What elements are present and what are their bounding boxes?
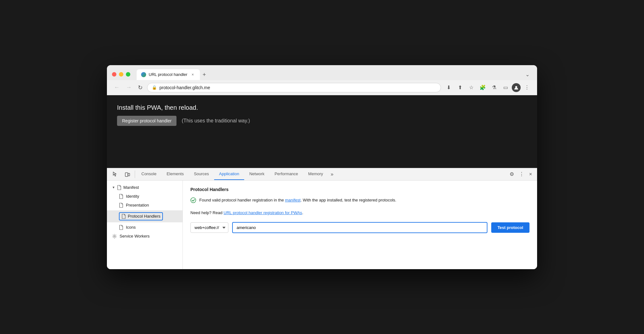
manifest-header[interactable]: ▼ Manifest <box>107 183 183 192</box>
register-protocol-button[interactable]: Register protocol handler <box>117 116 176 126</box>
devtools: Console Elements Sources Application Net… <box>107 168 537 269</box>
manifest-label: Manifest <box>123 185 139 190</box>
reload-button[interactable]: ↻ <box>136 83 145 92</box>
panel-title: Protocol Handlers <box>190 187 529 192</box>
manifest-link[interactable]: manifest <box>285 198 300 202</box>
active-tab[interactable]: URL protocol handler × <box>137 69 200 80</box>
sidebar-item-protocol-handlers[interactable]: Protocol Handlers <box>107 210 183 222</box>
more-tabs-button[interactable]: » <box>328 168 336 180</box>
svg-point-4 <box>191 198 196 203</box>
back-button[interactable]: ← <box>112 83 121 92</box>
protocol-handlers-selected-wrapper: Protocol Handlers <box>119 212 163 220</box>
close-button[interactable] <box>112 72 116 77</box>
tab-favicon <box>141 72 146 77</box>
devtools-more-options-button[interactable]: ⋮ <box>517 169 527 180</box>
tab-memory[interactable]: Memory <box>303 168 328 180</box>
devtools-tab-bar: Console Elements Sources Application Net… <box>107 168 537 181</box>
sidebar-item-presentation[interactable]: Presentation <box>107 201 183 210</box>
sidebar-item-icons[interactable]: Icons <box>107 223 183 232</box>
sidebar-item-protocol-handlers-label: Protocol Handlers <box>128 214 160 219</box>
tab-sources[interactable]: Sources <box>189 168 214 180</box>
minimize-button[interactable] <box>119 72 123 77</box>
test-protocol-row: web+coffee:// Test protocol <box>190 222 529 233</box>
traffic-lights <box>112 72 130 77</box>
devtools-close-button[interactable]: × <box>527 169 535 180</box>
page-content: Install this PWA, then reload. Register … <box>107 95 537 168</box>
title-bar: URL protocol handler × + ⌄ <box>107 65 537 80</box>
url-text: protocol-handler.glitch.me <box>159 85 210 90</box>
protocol-found-row: Found valid protocol handler registratio… <box>190 197 529 205</box>
presentation-file-icon <box>119 203 123 208</box>
devtools-sidebar: ▼ Manifest Identity <box>107 181 183 269</box>
new-tab-button[interactable]: + <box>200 69 208 80</box>
tab-close-button[interactable]: × <box>190 72 195 77</box>
download-icon[interactable]: ⬇ <box>443 83 454 93</box>
devtools-settings-button[interactable]: ⚙ <box>507 169 517 180</box>
protocol-handlers-file-icon <box>121 214 126 219</box>
expand-triangle-icon: ▼ <box>112 186 115 189</box>
sidebar-item-service-workers-label: Service Workers <box>120 234 150 238</box>
tab-dropdown-button[interactable]: ⌄ <box>523 69 532 80</box>
split-icon[interactable]: ▭ <box>500 83 511 93</box>
help-row: Need help? Read URL protocol handler reg… <box>190 210 529 216</box>
extensions-icon[interactable]: 🧩 <box>478 83 488 93</box>
test-protocol-button[interactable]: Test protocol <box>491 222 529 233</box>
toolbar-icons: ⬇ ⬆ ☆ 🧩 ⚗ ▭ ⋮ <box>443 83 532 93</box>
url-field[interactable]: 🔒 protocol-handler.glitch.me <box>147 83 441 92</box>
svg-rect-2 <box>128 173 130 176</box>
address-bar: ← → ↻ 🔒 protocol-handler.glitch.me ⬇ ⬆ ☆… <box>107 80 537 95</box>
share-icon[interactable]: ⬆ <box>455 83 465 93</box>
tab-network[interactable]: Network <box>244 168 269 180</box>
sidebar-item-identity[interactable]: Identity <box>107 192 183 201</box>
tabs-area: URL protocol handler × + ⌄ <box>137 69 532 80</box>
service-workers-gear-icon <box>112 234 117 239</box>
traditional-text: (This uses the traditional way.) <box>182 118 250 124</box>
sidebar-item-presentation-label: Presentation <box>126 203 149 207</box>
tab-application[interactable]: Application <box>214 168 245 180</box>
found-text: Found valid protocol handler registratio… <box>199 197 396 203</box>
devtools-body: ▼ Manifest Identity <box>107 181 537 269</box>
tab-elements[interactable]: Elements <box>162 168 189 180</box>
browser-window: URL protocol handler × + ⌄ ← → ↻ 🔒 proto… <box>107 65 537 269</box>
tab-title: URL protocol handler <box>149 72 187 77</box>
profile-icon[interactable] <box>512 83 521 92</box>
sidebar-item-icons-label: Icons <box>126 225 136 230</box>
identity-file-icon <box>119 194 123 199</box>
inspect-element-icon[interactable] <box>109 168 121 180</box>
forward-button[interactable]: → <box>124 83 133 92</box>
maximize-button[interactable] <box>126 72 130 77</box>
install-row: Register protocol handler (This uses the… <box>117 116 527 126</box>
lock-icon: 🔒 <box>152 85 157 90</box>
tab-performance[interactable]: Performance <box>269 168 303 180</box>
install-text: Install this PWA, then reload. <box>117 104 527 111</box>
tab-separator <box>135 170 135 178</box>
flask-icon[interactable]: ⚗ <box>489 83 499 93</box>
protocol-input[interactable] <box>232 222 487 233</box>
manifest-file-icon <box>117 185 121 190</box>
svg-rect-1 <box>125 173 128 176</box>
bookmark-icon[interactable]: ☆ <box>466 83 476 93</box>
help-link[interactable]: URL protocol handler registration for PW… <box>224 210 302 215</box>
svg-point-3 <box>114 235 115 237</box>
device-mode-icon[interactable] <box>121 168 133 180</box>
sidebar-item-service-workers[interactable]: Service Workers <box>107 232 183 241</box>
devtools-main-panel: Protocol Handlers Found valid protocol h… <box>183 181 537 269</box>
protocol-select[interactable]: web+coffee:// <box>190 222 228 233</box>
tab-console[interactable]: Console <box>136 168 162 180</box>
check-circle-icon <box>190 197 196 205</box>
more-options-icon[interactable]: ⋮ <box>522 83 532 93</box>
sidebar-item-identity-label: Identity <box>126 194 139 199</box>
icons-file-icon <box>119 225 123 230</box>
